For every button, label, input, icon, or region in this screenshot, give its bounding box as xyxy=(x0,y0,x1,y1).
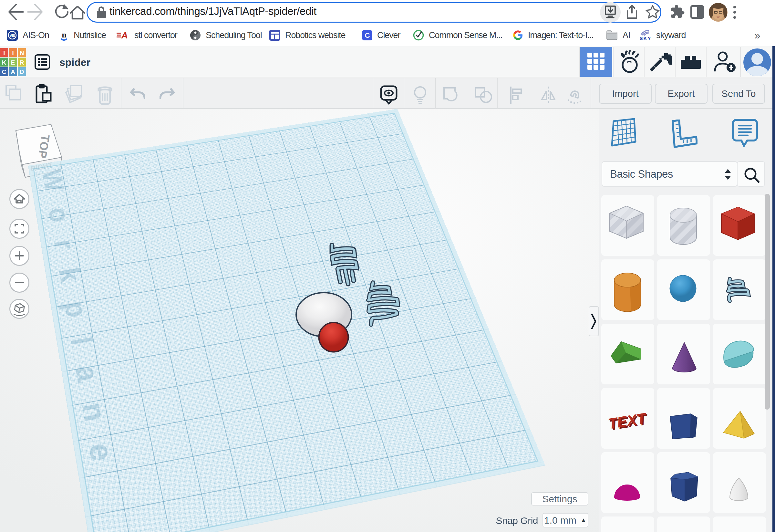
svg-text:n: n xyxy=(62,30,66,39)
svg-text:C: C xyxy=(2,68,6,75)
svg-text:AIS: AIS xyxy=(10,34,15,37)
svg-text:A: A xyxy=(11,68,15,75)
svg-text:RIGHT: RIGHT xyxy=(30,161,54,173)
svg-text:K: K xyxy=(2,59,6,66)
svg-text:TEXT: TEXT xyxy=(607,410,648,432)
svg-text:D: D xyxy=(20,68,24,75)
svg-text:R: R xyxy=(20,59,24,66)
svg-text:I: I xyxy=(12,49,14,56)
svg-text:E: E xyxy=(11,59,15,66)
svg-text:SKY: SKY xyxy=(640,36,651,41)
svg-text:A: A xyxy=(121,31,127,40)
svg-text:C: C xyxy=(365,31,370,39)
svg-text:T: T xyxy=(2,49,6,56)
svg-text:N: N xyxy=(20,49,24,56)
